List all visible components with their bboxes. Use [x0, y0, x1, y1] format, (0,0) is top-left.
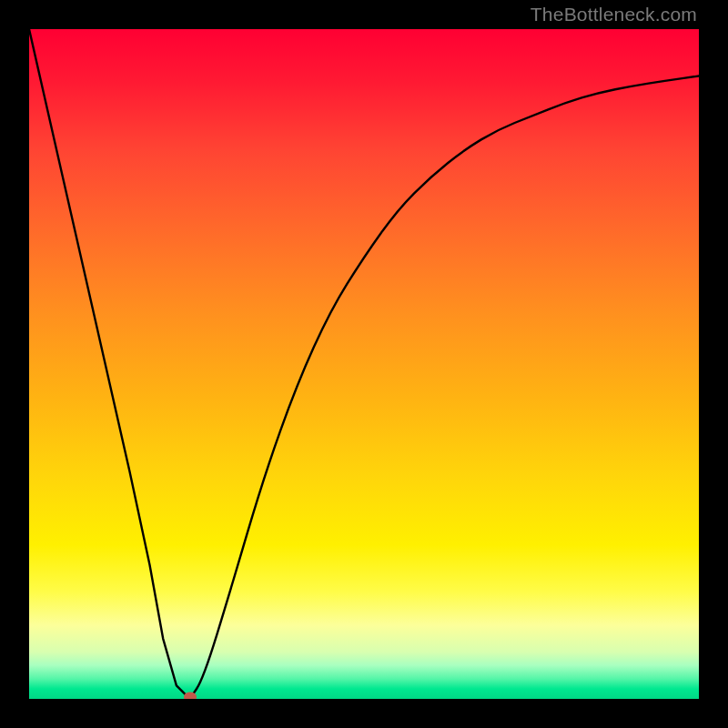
bottleneck-curve-path	[29, 29, 699, 699]
curve-layer	[29, 29, 699, 699]
chart-frame: TheBottleneck.com	[0, 0, 728, 728]
minimum-marker	[184, 693, 197, 700]
plot-area	[29, 29, 699, 699]
watermark-text: TheBottleneck.com	[531, 4, 697, 25]
